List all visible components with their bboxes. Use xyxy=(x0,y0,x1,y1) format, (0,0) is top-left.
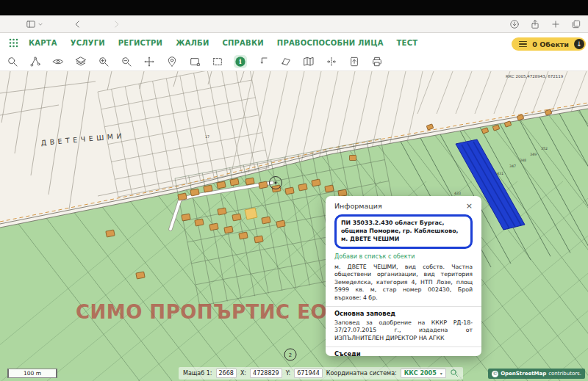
building xyxy=(232,214,241,221)
info-panel-title: Информация xyxy=(334,202,382,210)
nav-item-zhalbi[interactable]: ЖАЛБИ xyxy=(176,39,209,47)
compare-split-icon xyxy=(326,56,337,68)
crs-select[interactable]: ККС 2005 ▾ xyxy=(401,369,446,378)
scale-input[interactable]: 2668 xyxy=(216,369,237,378)
building xyxy=(106,230,115,237)
y-input[interactable]: 671944 xyxy=(294,369,323,378)
tool-select-area[interactable] xyxy=(211,55,224,68)
tool-linked-objects[interactable] xyxy=(29,55,42,68)
close-icon[interactable]: × xyxy=(466,202,473,210)
tool-locate[interactable] xyxy=(165,55,179,68)
parcel-label: 433 xyxy=(454,192,461,195)
measure-area-icon xyxy=(280,56,292,68)
x-input[interactable]: 4728829 xyxy=(250,369,282,378)
new-tab-icon[interactable] xyxy=(550,18,562,30)
tool-visibility[interactable] xyxy=(51,55,65,68)
visibility-icon xyxy=(52,56,64,68)
info-panel: Информация × ПИ 35033.2.430 област Бурга… xyxy=(326,196,481,356)
building xyxy=(325,185,334,192)
chevron-down-icon[interactable] xyxy=(37,18,44,30)
osm-link[interactable]: OpenStreetMap xyxy=(501,371,546,377)
nav-item-pravosposobni-litsa[interactable]: ПРАВОСПОСОБНИ ЛИЦА xyxy=(277,39,384,47)
info-icon: i xyxy=(234,56,246,68)
browser-toolbar: kais.cadastre.bg ↻ xyxy=(0,15,588,33)
neighbors-section-header: Съседи xyxy=(334,350,473,356)
nav-item-uslugi[interactable]: УСЛУГИ xyxy=(71,39,105,47)
locate-icon xyxy=(166,56,178,68)
building xyxy=(136,272,145,279)
building xyxy=(239,232,248,239)
building xyxy=(312,179,320,186)
parcel-details-text: м. ДВЕТЕ ЧЕШМИ, вид собств. Частна общес… xyxy=(334,264,473,302)
map-viewport[interactable]: 2 ККС 2005,4728943, 672119 ДВЕТЕЧЕШМИ СИ… xyxy=(0,71,588,381)
building xyxy=(182,214,190,221)
y-label: Y: xyxy=(286,370,291,377)
tool-export[interactable] xyxy=(348,55,361,68)
tool-print[interactable] xyxy=(370,55,384,68)
tool-zoom-in[interactable] xyxy=(97,55,110,68)
building xyxy=(350,156,356,161)
tool-map-sheets[interactable] xyxy=(302,55,315,68)
collapse-icon[interactable]: ↓ xyxy=(574,39,584,49)
pan-icon xyxy=(143,56,155,68)
tool-draw-rectangle[interactable] xyxy=(188,55,201,68)
x-label: X: xyxy=(240,370,246,377)
nav-item-spravki[interactable]: СПРАВКИ xyxy=(222,39,263,47)
parcel-label: 348 xyxy=(520,159,526,162)
zoom-in-icon xyxy=(98,56,110,68)
zoom-out-icon xyxy=(121,56,132,68)
add-to-objects-link[interactable]: Добави в списък с обекти xyxy=(334,253,473,260)
window-titlebar xyxy=(0,0,588,15)
export-icon xyxy=(348,56,360,68)
objects-button[interactable]: 0 Обекти ↓ xyxy=(512,37,586,51)
building xyxy=(298,184,307,191)
select-area-icon xyxy=(212,56,223,68)
downloads-icon[interactable] xyxy=(509,18,520,30)
tool-info[interactable]: i xyxy=(234,55,247,68)
objects-count-label: 0 Обекти xyxy=(532,40,569,48)
site-nav: КАРТАУСЛУГИРЕГИСТРИЖАЛБИСПРАВКИПРАВОСПОС… xyxy=(0,33,588,53)
order-text: Заповед за одобрение на КККР РД-18-37/27… xyxy=(334,319,473,341)
menu-icon xyxy=(519,41,527,48)
parcel-label: 17 xyxy=(205,135,209,139)
tool-zoom-out[interactable] xyxy=(120,55,133,68)
tab-overview-icon[interactable] xyxy=(570,18,582,30)
building xyxy=(285,187,294,195)
print-icon xyxy=(371,56,383,68)
tool-compare-split[interactable] xyxy=(325,55,338,68)
parcel-label: 349 xyxy=(530,153,537,156)
building xyxy=(204,185,212,192)
forward-icon[interactable] xyxy=(110,18,122,30)
nav-item-karta[interactable]: КАРТА xyxy=(29,39,57,47)
contributors-text: contributors. xyxy=(548,371,581,377)
share-icon[interactable] xyxy=(529,18,541,30)
scale-label: Мащаб 1: xyxy=(183,370,212,377)
nav-item-registri[interactable]: РЕГИСТРИ xyxy=(118,39,162,47)
map-canvas[interactable]: 2 ККС 2005,4728943, 672119 ДВЕТЕЧЕШМИ СИ… xyxy=(0,71,588,381)
back-icon[interactable] xyxy=(72,18,84,30)
tool-layers[interactable] xyxy=(74,55,87,68)
parcel-label: 347 xyxy=(509,164,516,168)
order-section-header: Основна заповед xyxy=(334,310,473,317)
tool-pan[interactable] xyxy=(143,55,156,68)
coordinates-search-button[interactable] xyxy=(450,369,459,379)
sidebar-icon[interactable] xyxy=(25,18,37,30)
caret-down-icon: ▾ xyxy=(440,371,442,376)
tool-search[interactable] xyxy=(6,55,19,68)
tool-previous-extent[interactable] xyxy=(257,55,270,68)
highlighted-parcel[interactable] xyxy=(245,208,257,219)
map-toolbar: i xyxy=(0,53,588,71)
building xyxy=(262,217,270,224)
building xyxy=(230,178,239,186)
linked-objects-icon xyxy=(29,56,41,68)
building xyxy=(218,208,226,215)
apps-grid-icon[interactable] xyxy=(9,38,18,48)
tool-measure-area[interactable] xyxy=(279,55,293,68)
parcel-label: 431 xyxy=(497,172,503,175)
building xyxy=(209,223,218,231)
draw-rectangle-icon xyxy=(189,56,201,68)
parcel-label: 352 xyxy=(541,147,548,150)
nav-item-test[interactable]: ТЕСТ xyxy=(397,39,418,47)
map-sheets-icon xyxy=(303,56,315,68)
map-corner-coordinates: ККС 2005,4728943, 672119 xyxy=(506,74,564,79)
